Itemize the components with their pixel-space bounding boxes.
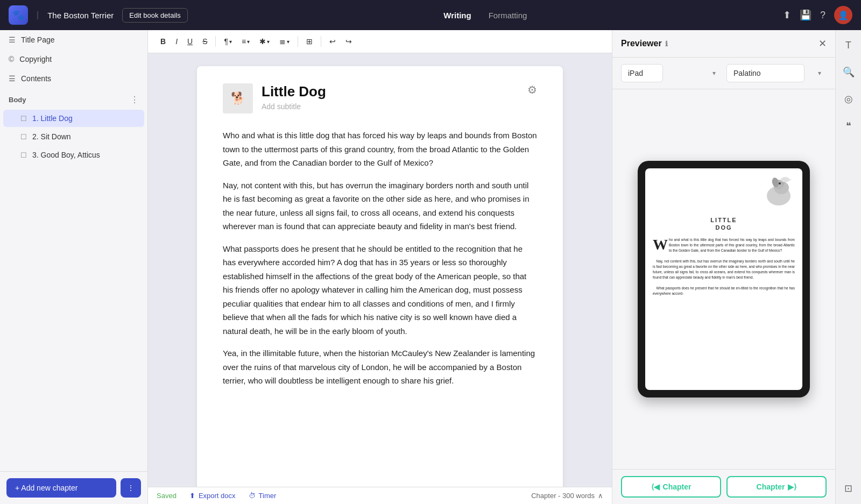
copyright-label: Copyright (19, 55, 52, 63)
main-layout: ☰ Title Page © Copyright ☰ Contents Body… (0, 30, 861, 504)
chapter-1-icon: ☐ (20, 115, 27, 123)
lines-button[interactable]: ≣ ▾ (276, 34, 293, 48)
sidebar-footer-more-button[interactable]: ⋮ (121, 478, 141, 498)
topnav-action-buttons: ⬆ 💾 ? 👤 (783, 6, 852, 24)
rail-text-button[interactable]: T (842, 37, 855, 54)
export-docx-icon: ⬆ (189, 492, 195, 500)
previewer-device-display: Little Dog Who and what is this little d… (612, 89, 835, 469)
expand-icon: ∧ (598, 492, 603, 500)
editor-toolbar: B I U S ¶ ▾ ≡ ▾ ✱ ▾ ≣ ▾ ⊞ ↩ ↪ (148, 30, 612, 53)
device-select-wrap: iPad iPhone Kindle Desktop ▾ (621, 64, 721, 82)
chapter-settings-button[interactable]: ⚙ (527, 83, 537, 96)
svg-marker-7 (789, 179, 792, 181)
prev-chapter-icon: ⟨◀ (651, 482, 660, 491)
chapter-title-wrap: Little Dog Add subtitle (262, 83, 519, 111)
timer-action[interactable]: ⏱ Timer (249, 492, 277, 500)
app-logo: 🐾 (9, 5, 28, 25)
ipad-frame: Little Dog Who and what is this little d… (638, 161, 810, 397)
contents-icon: ☰ (9, 74, 16, 83)
editor-body[interactable]: Who and what is this little dog that has… (223, 129, 537, 388)
toolbar-sep-2 (298, 36, 298, 47)
toolbar-sep-1 (215, 36, 216, 47)
editor-paragraph-2: Nay, not content with this, but has over… (223, 179, 537, 233)
bold-button[interactable]: B (157, 34, 170, 48)
contents-label: Contents (21, 74, 51, 83)
strikethrough-button[interactable]: S (199, 34, 211, 48)
tab-writing[interactable]: Writing (443, 11, 471, 20)
italic-button[interactable]: I (172, 34, 181, 48)
word-count-display[interactable]: Chapter - 300 words ∧ (531, 492, 603, 500)
font-select-wrap: Palatino Georgia Times New Roman Helveti… (726, 64, 827, 82)
previewer-info-icon: ℹ (665, 40, 668, 48)
chapter-title: Little Dog (262, 83, 519, 100)
paragraph-button[interactable]: ¶ ▾ (220, 34, 236, 48)
asterisk-button[interactable]: ✱ ▾ (256, 34, 273, 48)
previewer-panel: Previewer ℹ ✕ iPad iPhone Kindle Desktop… (612, 30, 835, 504)
nav-tabs: Writing Formatting (443, 11, 527, 20)
previewer-navigation: ⟨◀ Chapter Chapter ▶⟩ (612, 469, 835, 504)
editor-card: 🐕 Little Dog Add subtitle ⚙ Who and what… (197, 66, 563, 487)
svg-point-6 (781, 177, 789, 182)
prev-chapter-button[interactable]: ⟨◀ Chapter (621, 476, 721, 498)
editor-area: B I U S ¶ ▾ ≡ ▾ ✱ ▾ ≣ ▾ ⊞ ↩ ↪ 🐕 Little D… (148, 30, 612, 504)
body-section-header: Body ⋮ (0, 90, 147, 109)
rail-target-button[interactable]: ◎ (841, 90, 856, 108)
export-docx-label: Export docx (199, 492, 236, 500)
previewer-close-button[interactable]: ✕ (818, 38, 827, 49)
sidebar: ☰ Title Page © Copyright ☰ Contents Body… (0, 30, 148, 504)
editor-paragraph-4: Yea, in the illimitable future, when the… (223, 346, 537, 388)
device-select[interactable]: iPad iPhone Kindle Desktop (621, 64, 663, 82)
ipad-screen: Little Dog Who and what is this little d… (645, 168, 802, 390)
previewer-title-label: Previewer (621, 39, 662, 48)
chapter-2-label: 2. Sit Down (32, 132, 71, 141)
avatar[interactable]: 👤 (834, 6, 852, 24)
chapter-2-icon: ☐ (20, 133, 27, 141)
rail-search-button[interactable]: 🔍 (839, 63, 858, 81)
timer-label: Timer (259, 492, 277, 500)
next-chapter-label: Chapter (757, 482, 785, 491)
right-icon-rail: T 🔍 ◎ ❝ ⊡ (835, 30, 861, 504)
next-chapter-icon: ▶⟩ (788, 482, 796, 491)
chapter-1-label: 1. Little Dog (32, 114, 73, 123)
ipad-para-3: What passports does he present that he s… (653, 286, 795, 296)
edit-book-details-button[interactable]: Edit book details (122, 8, 187, 23)
sidebar-item-contents[interactable]: ☰ Contents (0, 69, 147, 88)
rail-quote-button[interactable]: ❝ (843, 117, 855, 135)
tab-formatting[interactable]: Formatting (489, 11, 527, 20)
editor-paragraph-1: Who and what is this little dog that has… (223, 129, 537, 170)
body-label: Body (9, 96, 26, 104)
copyright-icon: © (9, 55, 14, 63)
nav-divider: | (37, 10, 39, 20)
align-button[interactable]: ≡ ▾ (238, 34, 253, 48)
next-chapter-button[interactable]: Chapter ▶⟩ (726, 476, 827, 498)
chapter-thumbnail: 🐕 (223, 83, 253, 113)
ipad-chapter-title: Little Dog (653, 216, 795, 232)
help-icon[interactable]: ? (820, 10, 825, 21)
redo-button[interactable]: ↪ (342, 34, 356, 48)
sidebar-chapter-2[interactable]: ☐ 2. Sit Down (3, 128, 144, 145)
sidebar-item-copyright[interactable]: © Copyright (0, 49, 147, 69)
underline-button[interactable]: U (184, 34, 196, 48)
add-new-chapter-button[interactable]: + Add new chapter (6, 478, 116, 498)
font-select-arrow-icon: ▾ (818, 69, 821, 77)
top-navigation: 🐾 | The Boston Terrier Edit book details… (0, 0, 861, 30)
sidebar-chapter-3[interactable]: ☐ 3. Good Boy, Atticus (3, 146, 144, 164)
font-select[interactable]: Palatino Georgia Times New Roman Helveti… (726, 64, 804, 82)
export-docx-action[interactable]: ⬆ Export docx (189, 492, 236, 500)
export-icon[interactable]: ⬆ (783, 9, 791, 21)
rail-copy-button[interactable]: ⊡ (841, 479, 856, 498)
previewer-header: Previewer ℹ ✕ (612, 30, 835, 58)
timer-icon: ⏱ (249, 492, 256, 500)
previewer-controls: iPad iPhone Kindle Desktop ▾ Palatino Ge… (612, 58, 835, 89)
body-more-btn[interactable]: ⋮ (130, 95, 139, 105)
sidebar-chapter-1[interactable]: ☐ 1. Little Dog (3, 110, 144, 127)
ipad-para-2: Nay, not content with this, but has over… (653, 259, 795, 280)
saved-status: Saved (157, 492, 177, 500)
undo-button[interactable]: ↩ (326, 34, 340, 48)
columns-button[interactable]: ⊞ (302, 34, 316, 48)
chapter-subtitle[interactable]: Add subtitle (262, 102, 519, 111)
sidebar-item-title-page[interactable]: ☰ Title Page (0, 30, 147, 49)
book-title: The Boston Terrier (47, 11, 114, 20)
save-icon[interactable]: 💾 (800, 9, 811, 21)
editor-content-area[interactable]: 🐕 Little Dog Add subtitle ⚙ Who and what… (148, 53, 612, 487)
